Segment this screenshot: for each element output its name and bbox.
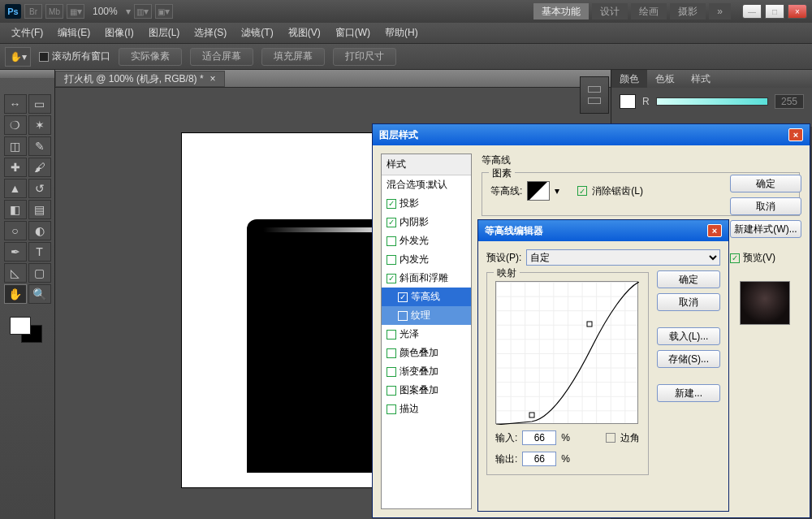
contour-thumbnail[interactable] <box>527 181 550 201</box>
ce-save-button[interactable]: 存储(S)... <box>657 350 720 368</box>
output-field[interactable] <box>522 452 556 466</box>
eyedropper-tool[interactable]: ✎ <box>28 136 51 156</box>
panel-fg-swatch[interactable] <box>620 94 636 109</box>
mini-bridge-icon[interactable]: Mb <box>45 4 63 19</box>
window-maximize-button[interactable]: □ <box>765 4 784 19</box>
satin-item[interactable]: 光泽 <box>382 325 471 344</box>
screen-mode-icon[interactable]: ▣▾ <box>155 4 173 19</box>
input-label: 输入: <box>495 431 517 445</box>
marquee-tool[interactable]: ▭ <box>28 94 51 114</box>
menu-layer[interactable]: 图层(L) <box>142 24 187 41</box>
document-tab[interactable]: 打火机 @ 100% (机身, RGB/8) * × <box>55 71 225 87</box>
zoom-dropdown-icon[interactable]: ▾ <box>126 6 131 17</box>
dodge-tool[interactable]: ◐ <box>28 221 51 240</box>
menu-image[interactable]: 图像(I) <box>98 24 140 41</box>
inner-shadow-item[interactable]: ✓内阴影 <box>382 213 471 231</box>
ce-ok-button[interactable]: 确定 <box>657 270 720 288</box>
ce-cancel-button[interactable]: 取消 <box>657 293 720 311</box>
cancel-button[interactable]: 取消 <box>730 197 801 215</box>
ce-load-button[interactable]: 载入(L)... <box>657 327 720 345</box>
current-tool-icon[interactable]: ✋▾ <box>5 47 31 67</box>
layer-style-titlebar[interactable]: 图层样式 × <box>373 124 810 145</box>
preset-select[interactable]: 自定 <box>526 249 720 266</box>
foreground-color-swatch[interactable] <box>10 317 31 335</box>
stamp-tool[interactable]: ▲ <box>4 179 27 198</box>
menu-file[interactable]: 文件(F) <box>5 24 50 41</box>
tab-swatches[interactable]: 色板 <box>647 70 683 88</box>
blend-options-item[interactable]: 混合选项:默认 <box>382 175 471 194</box>
antialias-checkbox[interactable]: ✓ <box>577 186 587 196</box>
workspace-photo[interactable]: 摄影 <box>670 3 706 19</box>
workspace-paint[interactable]: 绘画 <box>631 3 667 19</box>
zoom-level[interactable]: 100% <box>88 6 123 17</box>
hand-tool[interactable]: ✋ <box>4 284 27 304</box>
menu-select[interactable]: 选择(S) <box>188 24 233 41</box>
arrange-icon[interactable]: ▥▾ <box>134 4 152 19</box>
color-overlay-item[interactable]: 颜色叠加 <box>382 344 471 362</box>
contour-curve[interactable] <box>495 281 638 424</box>
layer-style-close-icon[interactable]: × <box>788 128 803 141</box>
view-extras-icon[interactable]: ▦▾ <box>67 4 84 19</box>
preview-checkbox[interactable]: ✓预览(V) <box>730 251 801 265</box>
workspace-design[interactable]: 设计 <box>592 3 628 19</box>
contour-editor-titlebar[interactable]: 等高线编辑器 × <box>478 220 728 241</box>
type-tool[interactable]: T <box>28 242 51 262</box>
blur-tool[interactable]: ○ <box>4 221 27 240</box>
gradient-overlay-item[interactable]: 渐变叠加 <box>382 362 471 381</box>
curve-point-1[interactable] <box>529 412 534 417</box>
ce-new-button[interactable]: 新建... <box>657 384 720 402</box>
color-swatches[interactable] <box>5 315 50 348</box>
contour-dropdown-icon[interactable]: ▾ <box>555 185 559 197</box>
eraser-tool[interactable]: ◧ <box>4 200 27 219</box>
tab-color[interactable]: 颜色 <box>611 70 647 88</box>
bevel-item[interactable]: ✓斜面和浮雕 <box>382 269 471 288</box>
curve-point-2[interactable] <box>586 322 592 327</box>
fit-screen-button[interactable]: 适合屏幕 <box>190 48 253 66</box>
heal-tool[interactable]: ✚ <box>4 158 27 177</box>
path-tool[interactable]: ◺ <box>4 263 27 283</box>
bridge-icon[interactable]: Br <box>24 4 42 19</box>
pen-tool[interactable]: ✒ <box>4 242 27 262</box>
texture-item[interactable]: 纹理 <box>382 306 471 325</box>
color-value[interactable]: 255 <box>775 94 804 109</box>
menu-window[interactable]: 窗口(W) <box>329 24 377 41</box>
contour-editor-close-icon[interactable]: × <box>707 224 722 237</box>
menu-edit[interactable]: 编辑(E) <box>51 24 97 41</box>
move-tool[interactable]: ↔ <box>4 94 27 114</box>
new-style-button[interactable]: 新建样式(W)... <box>730 220 801 238</box>
toolbox-handle[interactable] <box>0 70 54 78</box>
outer-glow-item[interactable]: 外发光 <box>382 231 471 250</box>
document-tab-close-icon[interactable]: × <box>210 73 216 84</box>
menu-filter[interactable]: 滤镜(T) <box>235 24 279 41</box>
corner-checkbox[interactable] <box>606 433 615 443</box>
window-close-button[interactable]: × <box>788 4 807 19</box>
workspace-basic[interactable]: 基本功能 <box>533 3 589 19</box>
input-field[interactable] <box>522 430 556 445</box>
actual-pixels-button[interactable]: 实际像素 <box>119 48 182 66</box>
ok-button[interactable]: 确定 <box>730 175 801 192</box>
wand-tool[interactable]: ✶ <box>28 115 51 135</box>
pattern-overlay-item[interactable]: 图案叠加 <box>382 381 471 400</box>
scroll-all-windows-checkbox[interactable]: 滚动所有窗口 <box>39 50 110 63</box>
print-size-button[interactable]: 打印尺寸 <box>333 48 396 66</box>
crop-tool[interactable]: ◫ <box>4 136 27 156</box>
zoom-tool[interactable]: 🔍 <box>28 284 51 304</box>
window-minimize-button[interactable]: — <box>742 4 762 19</box>
shape-tool[interactable]: ▢ <box>28 263 51 283</box>
menu-view[interactable]: 视图(V) <box>282 24 327 41</box>
inner-glow-item[interactable]: 内发光 <box>382 250 471 269</box>
brush-tool[interactable]: 🖌 <box>28 158 51 177</box>
color-slider[interactable] <box>656 97 768 106</box>
gradient-tool[interactable]: ▤ <box>28 200 51 219</box>
history-brush-tool[interactable]: ↺ <box>28 179 51 198</box>
tab-styles[interactable]: 样式 <box>683 70 719 88</box>
menu-help[interactable]: 帮助(H) <box>378 24 425 41</box>
lasso-tool[interactable]: ❍ <box>4 115 27 135</box>
collapsed-panel-icons[interactable] <box>580 76 609 114</box>
workspace-more[interactable]: » <box>709 3 731 19</box>
fill-screen-button[interactable]: 填充屏幕 <box>261 48 325 66</box>
drop-shadow-item[interactable]: ✓投影 <box>382 194 471 213</box>
mapping-legend: 映射 <box>494 266 520 280</box>
stroke-item[interactable]: 描边 <box>382 400 471 418</box>
contour-item[interactable]: ✓等高线 <box>382 288 471 306</box>
